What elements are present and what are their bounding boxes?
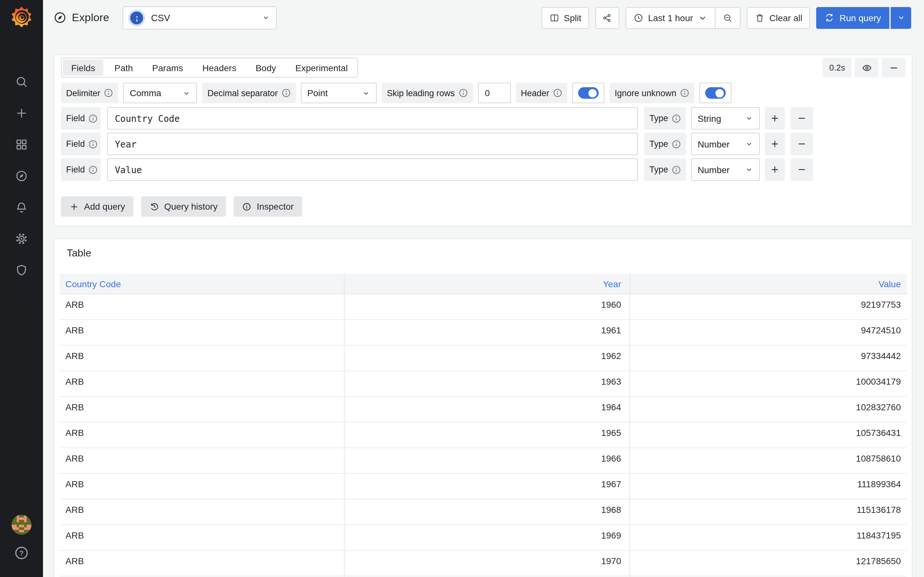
run-query-dropdown-button[interactable] — [891, 7, 911, 29]
table-cell: 1967 — [344, 474, 630, 499]
table-cell: 115136178 — [630, 500, 907, 524]
info-circle-icon — [242, 201, 252, 211]
table-cell: 1960 — [344, 294, 630, 319]
add-icon[interactable] — [15, 106, 28, 120]
add-query-button[interactable]: Add query — [61, 196, 134, 217]
zoom-out-icon — [722, 13, 733, 23]
info-icon[interactable] — [680, 89, 689, 97]
skip-leading-rows-input[interactable] — [478, 83, 510, 103]
collapse-query-button[interactable] — [882, 58, 905, 77]
field-row: Field Type Number — [61, 158, 905, 181]
remove-field-button[interactable] — [791, 158, 813, 181]
tab-fields[interactable]: Fields — [63, 60, 103, 76]
field-type-select[interactable]: Number — [691, 158, 760, 181]
csv-datasource-icon: ; — [131, 11, 144, 24]
remove-field-button[interactable] — [791, 107, 813, 129]
tab-headers[interactable]: Headers — [193, 58, 246, 77]
tab-params[interactable]: Params — [142, 58, 192, 77]
column-header-year[interactable]: Year — [344, 274, 630, 293]
info-icon[interactable] — [672, 139, 681, 148]
query-preview-button[interactable] — [855, 58, 879, 77]
query-elapsed-badge: 0.2s — [823, 58, 851, 77]
table-row: ARB196194724510 — [60, 320, 907, 346]
field-name-input[interactable] — [107, 107, 638, 129]
share-button[interactable] — [596, 7, 619, 29]
run-query-button[interactable]: Run query — [817, 7, 889, 29]
table-cell: 94724510 — [630, 320, 907, 345]
info-icon[interactable] — [553, 89, 562, 97]
table-cell: 92197753 — [630, 294, 907, 319]
plus-icon — [771, 113, 780, 123]
chevron-down-icon — [897, 13, 905, 22]
info-icon[interactable] — [282, 89, 291, 97]
add-field-button[interactable] — [765, 133, 785, 155]
table-cell: 108758610 — [630, 448, 907, 473]
table-row: ARB196092197753 — [60, 294, 907, 320]
add-field-button[interactable] — [765, 107, 785, 129]
split-button[interactable]: Split — [541, 7, 589, 29]
dashboards-icon[interactable] — [15, 138, 28, 151]
info-icon[interactable] — [672, 114, 681, 123]
tab-body[interactable]: Body — [246, 58, 286, 77]
alerting-bell-icon[interactable] — [15, 201, 28, 214]
info-icon[interactable] — [89, 139, 98, 148]
table-cell: 102832760 — [630, 397, 907, 422]
sync-icon — [825, 13, 835, 23]
configuration-gear-icon[interactable] — [15, 232, 28, 245]
table-row: ARB1966108758610 — [60, 448, 907, 474]
field-type-value: Number — [698, 139, 730, 149]
ignore-unknown-toggle[interactable] — [699, 83, 732, 103]
grafana-logo-icon[interactable] — [9, 5, 34, 29]
decimal-separator-select[interactable]: Point — [301, 83, 376, 103]
datasource-picker[interactable]: ; CSV — [123, 6, 277, 29]
table-cell: ARB — [60, 551, 344, 576]
clock-icon — [633, 13, 644, 23]
table-row: ARB1963100034179 — [60, 371, 907, 397]
table-cell: ARB — [60, 320, 344, 345]
inspector-button[interactable]: Inspector — [234, 196, 302, 217]
info-icon[interactable] — [459, 89, 467, 97]
field-type-select[interactable]: String — [691, 107, 760, 129]
add-query-label: Add query — [84, 201, 125, 211]
table-cell: 121785650 — [630, 551, 907, 576]
field-type-select[interactable]: Number — [691, 133, 760, 155]
field-name-input[interactable] — [107, 158, 638, 181]
server-admin-shield-icon[interactable] — [15, 263, 28, 277]
remove-field-button[interactable] — [791, 133, 813, 155]
topbar: Explore ; CSV Split Last 1 hour — [43, 0, 924, 35]
zoom-out-time-button[interactable] — [715, 7, 740, 28]
explore-page-icon — [53, 11, 67, 24]
tab-experimental[interactable]: Experimental — [286, 58, 357, 77]
type-label-text: Type — [649, 139, 668, 149]
decimal-separator-label-text: Decimal separator — [208, 88, 278, 98]
results-table: Country Code Year Value ARB196092197753A… — [60, 274, 907, 577]
clear-all-button[interactable]: Clear all — [747, 7, 810, 29]
search-icon[interactable] — [15, 75, 28, 89]
minus-icon — [797, 113, 807, 123]
plus-icon — [69, 201, 79, 211]
table-cell: 105736431 — [630, 422, 907, 448]
help-icon[interactable]: ? — [14, 546, 29, 560]
info-icon[interactable] — [89, 165, 98, 174]
column-header-country-code[interactable]: Country Code — [60, 274, 344, 293]
add-field-button[interactable] — [765, 158, 785, 181]
delimiter-select[interactable]: Comma — [124, 83, 197, 103]
user-avatar[interactable] — [11, 515, 31, 535]
time-picker-group: Last 1 hour — [626, 7, 740, 29]
field-type-value: String — [698, 113, 721, 123]
info-icon[interactable] — [672, 165, 681, 174]
tab-path[interactable]: Path — [105, 58, 143, 77]
info-icon[interactable] — [104, 89, 113, 97]
page-title: Explore — [72, 11, 110, 24]
header-label: Header — [515, 83, 567, 103]
field-name-input[interactable] — [107, 133, 638, 155]
header-toggle[interactable] — [572, 83, 604, 103]
info-icon[interactable] — [89, 114, 98, 123]
query-history-button[interactable]: Query history — [141, 196, 226, 217]
table-cell: ARB — [60, 422, 344, 448]
field-row: Field Type String — [61, 107, 905, 129]
explore-compass-icon[interactable] — [15, 169, 28, 183]
plus-icon — [771, 139, 780, 149]
time-range-button[interactable]: Last 1 hour — [626, 7, 715, 28]
column-header-value[interactable]: Value — [630, 274, 907, 293]
